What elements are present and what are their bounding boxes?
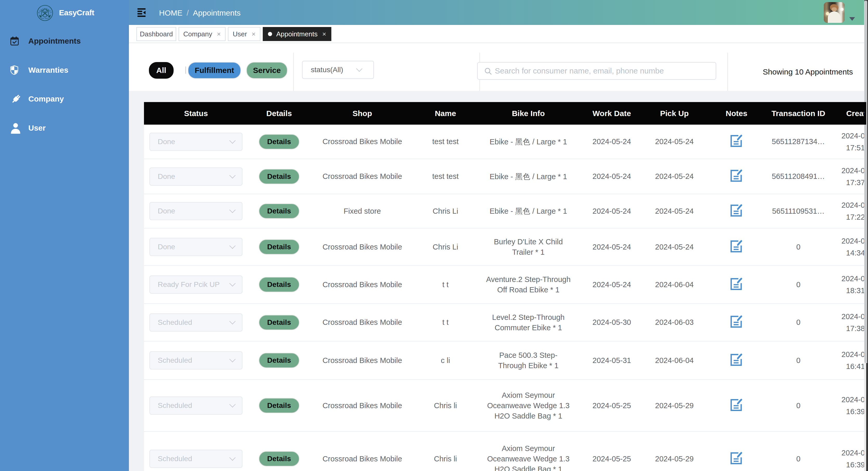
svg-text:EST 2024: EST 2024 bbox=[41, 18, 49, 19]
